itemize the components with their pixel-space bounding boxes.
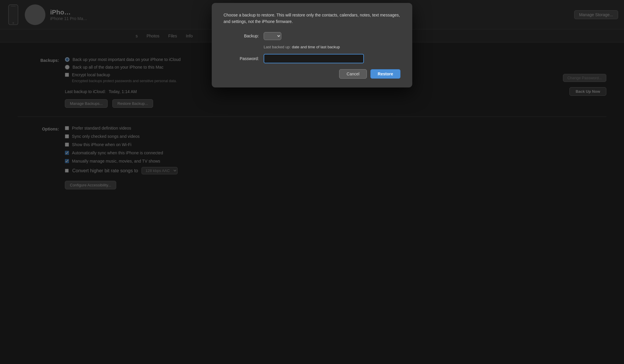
backup-selector-row: Backup:: [224, 32, 400, 40]
backup-select[interactable]: [264, 32, 281, 40]
modal-body-text: Choose a backup to restore. This will re…: [224, 12, 400, 25]
password-input[interactable]: [264, 54, 364, 63]
last-backed-value: date and time of last backup: [292, 45, 340, 49]
password-label: Password:: [224, 56, 259, 61]
last-backed-row: Last backed up: date and time of last ba…: [224, 45, 400, 49]
last-backed-label: Last backed up:: [264, 45, 291, 49]
restore-modal: Choose a backup to restore. This will re…: [212, 3, 412, 87]
modal-buttons: Cancel Restore: [224, 69, 400, 79]
modal-restore-button[interactable]: Restore: [370, 69, 400, 79]
password-row: Password:: [224, 54, 400, 63]
modal-cancel-button[interactable]: Cancel: [339, 69, 367, 79]
modal-overlay: Choose a backup to restore. This will re…: [0, 0, 624, 364]
backup-field-label: Backup:: [224, 34, 259, 38]
